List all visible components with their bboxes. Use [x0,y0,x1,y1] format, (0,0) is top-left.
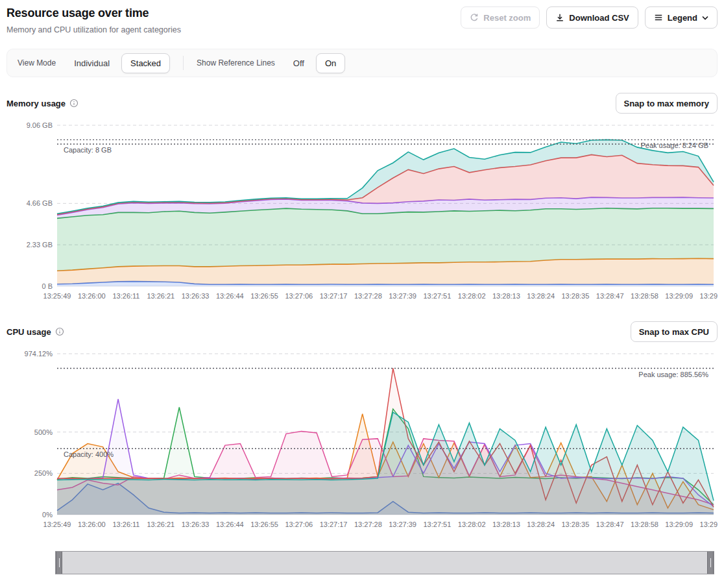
x-axis-tick-label: 13:26:55 [250,521,278,528]
show-reference-lines-label: Show Reference Lines [197,58,275,67]
x-axis-tick-label: 13:26:55 [250,292,278,300]
cpu-usage-section: CPU usage Snap to max CPU 0%250%500%974.… [6,321,718,534]
cpu-usage-chart[interactable]: 0%250%500%974.12%13:25:4913:26:0013:26:1… [6,345,718,534]
x-axis-tick-label: 13:26:00 [78,292,106,300]
memory-section-title: Memory usage [6,99,66,108]
x-axis-tick-label: 13:28:24 [527,521,555,528]
x-axis-tick-label: 13:25:49 [43,521,71,528]
x-axis-tick-label: 13:27:51 [423,292,451,300]
x-axis-tick-label: 13:25:49 [43,292,71,300]
brush-handle-right[interactable] [707,552,714,574]
chevron-down-icon [702,16,708,20]
x-axis-tick-label: 13:29:24 [700,292,718,300]
reference-line-label-capacity: Capacity: 8 GB [64,146,112,154]
view-mode-individual-button[interactable]: Individual [65,53,119,73]
reset-zoom-label: Reset zoom [483,13,531,23]
x-axis-tick-label: 13:26:44 [216,521,244,528]
memory-usage-chart[interactable]: 0 B2.33 GB4.66 GB9.06 GB13:25:4913:26:00… [6,116,718,306]
x-axis-tick-label: 13:26:11 [112,292,139,300]
memory-section-title-group: Memory usage [6,99,78,108]
cpu-section-title-group: CPU usage [6,327,64,337]
x-axis-tick-label: 13:26:00 [78,521,106,528]
x-axis-tick-label: 13:26:21 [147,292,175,300]
legend-label: Legend [668,13,697,23]
y-axis-tick-label: 4.66 GB [27,199,53,207]
legend-list-icon [654,13,663,22]
x-axis-tick-label: 13:28:02 [458,521,486,528]
y-axis-tick-label: 250% [34,469,53,477]
reference-line-label-peak: Peak usage: 8.24 GB [640,141,708,149]
memory-usage-section: Memory usage Snap to max memory 0 B2.33 … [6,93,718,306]
x-axis-tick-label: 13:28:35 [561,521,589,528]
x-axis-tick-label: 13:27:17 [320,292,348,300]
y-axis-tick-label: 0 B [42,282,53,290]
reset-zoom-icon [470,13,479,22]
x-axis-tick-label: 13:27:51 [423,521,451,528]
x-axis-tick-label: 13:28:13 [492,521,520,528]
y-axis-tick-label: 9.06 GB [27,121,53,129]
reference-line-label-peak: Peak usage: 885.56% [638,371,708,378]
x-axis-tick-label: 13:28:24 [527,292,555,300]
resource-dashboard: Resource usage over time Memory and CPU … [0,0,724,587]
memory-section-header: Memory usage Snap to max memory [6,93,718,114]
time-range-brush[interactable] [55,551,714,574]
x-axis-tick-label: 13:29:09 [665,521,693,528]
y-axis-tick-label: 0% [42,511,53,519]
y-axis-tick-label: 974.12% [25,350,53,358]
header-actions: Reset zoom Download CSV Legend [461,6,718,29]
x-axis-tick-label: 13:26:33 [182,521,210,528]
x-axis-tick-label: 13:28:13 [492,292,520,300]
x-axis-tick-label: 13:27:28 [354,521,382,528]
page-header: Resource usage over time Memory and CPU … [6,6,718,34]
x-axis-tick-label: 13:28:35 [561,292,589,300]
page-heading-group: Resource usage over time Memory and CPU … [6,6,181,34]
x-axis-tick-label: 13:29:24 [700,521,718,528]
view-mode-stacked-button[interactable]: Stacked [121,53,170,73]
x-axis-tick-label: 13:27:39 [389,292,416,300]
toolbar-divider [183,56,184,70]
brush-handle-left[interactable] [56,552,62,574]
x-axis-tick-label: 13:27:39 [389,521,416,528]
x-axis-tick-label: 13:29:09 [665,292,693,300]
download-csv-button[interactable]: Download CSV [546,6,638,29]
x-axis-tick-label: 13:28:47 [596,292,624,300]
view-mode-label: View Mode [18,58,56,67]
reference-lines-off-button[interactable]: Off [284,53,313,73]
info-icon[interactable] [69,99,78,108]
legend-button[interactable]: Legend [645,6,718,29]
y-axis-tick-label: 500% [34,428,53,436]
x-axis-tick-label: 13:26:21 [147,521,175,528]
page-title: Resource usage over time [6,6,181,20]
x-axis-tick-label: 13:26:33 [182,292,210,300]
x-axis-tick-label: 13:28:47 [596,521,624,528]
x-axis-tick-label: 13:27:28 [354,292,382,300]
download-icon [555,13,564,22]
x-axis-tick-label: 13:28:02 [458,292,486,300]
reset-zoom-button[interactable]: Reset zoom [461,6,540,29]
x-axis-tick-label: 13:27:06 [285,521,313,528]
x-axis-tick-label: 13:27:06 [285,292,313,300]
x-axis-tick-label: 13:27:17 [320,521,348,528]
x-axis-tick-label: 13:26:44 [216,292,244,300]
y-axis-tick-label: 2.33 GB [27,241,53,249]
info-icon[interactable] [55,327,64,336]
x-axis-tick-label: 13:26:11 [112,521,139,528]
reference-line-label-capacity: Capacity: 400% [64,450,114,458]
x-axis-tick-label: 13:28:58 [631,292,658,300]
chart-controls-toolbar: View Mode Individual Stacked Show Refere… [6,49,718,77]
cpu-section-header: CPU usage Snap to max CPU [6,321,718,342]
cpu-section-title: CPU usage [6,327,51,337]
x-axis-tick-label: 13:28:58 [631,521,658,528]
snap-to-max-memory-button[interactable]: Snap to max memory [616,93,718,114]
download-csv-label: Download CSV [569,13,629,23]
reference-lines-on-button[interactable]: On [316,53,345,73]
snap-to-max-cpu-button[interactable]: Snap to max CPU [631,321,718,342]
page-subtitle: Memory and CPU utilization for agent cat… [6,25,181,34]
